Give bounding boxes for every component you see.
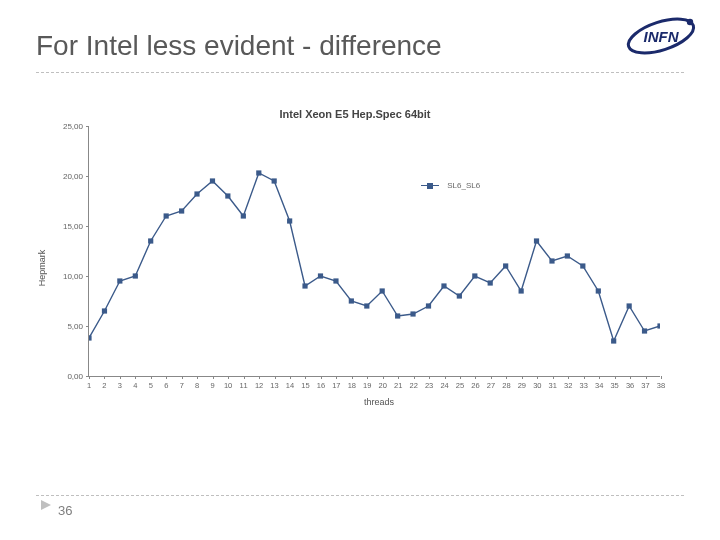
x-tick-label: 24	[440, 381, 448, 390]
x-tick-label: 25	[456, 381, 464, 390]
data-marker	[549, 258, 554, 263]
x-tick-label: 16	[317, 381, 325, 390]
chart-title: Intel Xeon E5 Hep.Spec 64bit	[40, 108, 670, 120]
y-axis-label: Hepmark	[37, 250, 47, 287]
plot-area: SL6_SL6 0,005,0010,0015,0020,0025,001234…	[88, 126, 660, 377]
x-tick-label: 33	[580, 381, 588, 390]
x-tick-label: 22	[409, 381, 417, 390]
data-marker	[410, 311, 415, 316]
x-tick-label: 19	[363, 381, 371, 390]
y-tick-label: 0,00	[49, 372, 83, 381]
y-tick-label: 5,00	[49, 322, 83, 331]
data-marker	[89, 335, 92, 340]
y-tick-label: 10,00	[49, 272, 83, 281]
data-marker	[287, 218, 292, 223]
x-tick-label: 38	[657, 381, 665, 390]
chart-container: Intel Xeon E5 Hep.Spec 64bit Hepmark SL6…	[40, 108, 670, 428]
data-marker	[318, 273, 323, 278]
data-marker	[117, 278, 122, 283]
svg-point-1	[687, 19, 693, 25]
legend-line-icon	[421, 185, 439, 186]
x-tick-label: 27	[487, 381, 495, 390]
x-tick-label: 10	[224, 381, 232, 390]
x-tick-label: 37	[641, 381, 649, 390]
x-tick-label: 32	[564, 381, 572, 390]
data-marker	[225, 193, 230, 198]
x-tick-label: 20	[379, 381, 387, 390]
data-marker	[503, 263, 508, 268]
data-marker	[472, 273, 477, 278]
x-tick-label: 23	[425, 381, 433, 390]
data-marker	[164, 213, 169, 218]
data-marker	[102, 308, 107, 313]
data-marker	[194, 191, 199, 196]
x-tick-label: 5	[149, 381, 153, 390]
data-marker	[611, 338, 616, 343]
data-marker	[457, 293, 462, 298]
data-marker	[565, 253, 570, 258]
x-tick-label: 7	[180, 381, 184, 390]
x-tick-label: 6	[164, 381, 168, 390]
data-marker	[596, 288, 601, 293]
data-marker	[441, 283, 446, 288]
plot-svg	[89, 126, 660, 376]
x-tick-label: 17	[332, 381, 340, 390]
x-tick-label: 18	[348, 381, 356, 390]
x-tick-label: 36	[626, 381, 634, 390]
x-tick-label: 2	[102, 381, 106, 390]
data-marker	[333, 278, 338, 283]
data-marker	[302, 283, 307, 288]
x-tick-label: 1	[87, 381, 91, 390]
x-tick-label: 30	[533, 381, 541, 390]
x-tick-label: 13	[270, 381, 278, 390]
x-tick-label: 14	[286, 381, 294, 390]
data-marker	[380, 288, 385, 293]
data-marker	[272, 178, 277, 183]
data-marker	[395, 313, 400, 318]
data-marker	[210, 178, 215, 183]
logo-text: INFN	[644, 28, 680, 45]
page-number: 36	[58, 503, 72, 518]
x-tick-label: 29	[518, 381, 526, 390]
x-tick-label: 35	[610, 381, 618, 390]
x-tick-label: 15	[301, 381, 309, 390]
x-tick-label: 34	[595, 381, 603, 390]
data-marker	[148, 238, 153, 243]
data-marker	[256, 170, 261, 175]
footer-underline	[36, 495, 684, 496]
data-marker	[519, 288, 524, 293]
x-tick-label: 28	[502, 381, 510, 390]
data-marker	[426, 303, 431, 308]
x-tick-label: 21	[394, 381, 402, 390]
x-tick-label: 31	[549, 381, 557, 390]
x-tick-label: 4	[133, 381, 137, 390]
data-marker	[534, 238, 539, 243]
slide-title: For Intel less evident - difference	[36, 30, 442, 62]
data-marker	[657, 323, 660, 328]
data-marker	[133, 273, 138, 278]
data-marker	[488, 280, 493, 285]
x-tick-label: 9	[211, 381, 215, 390]
y-tick-label: 25,00	[49, 122, 83, 131]
data-marker	[642, 328, 647, 333]
series-line	[89, 173, 660, 341]
data-marker	[241, 213, 246, 218]
x-tick-label: 26	[471, 381, 479, 390]
data-marker	[627, 303, 632, 308]
legend: SL6_SL6	[421, 176, 480, 194]
data-marker	[349, 298, 354, 303]
title-underline	[36, 72, 684, 73]
data-marker	[179, 208, 184, 213]
page-arrow-icon	[40, 497, 52, 515]
y-tick-label: 20,00	[49, 172, 83, 181]
x-tick-label: 8	[195, 381, 199, 390]
x-tick-label: 3	[118, 381, 122, 390]
data-marker	[364, 303, 369, 308]
y-tick-label: 15,00	[49, 222, 83, 231]
x-tick-label: 12	[255, 381, 263, 390]
x-tick-label: 11	[239, 381, 247, 390]
x-axis-label: threads	[88, 397, 670, 407]
infn-logo: INFN	[622, 12, 700, 60]
svg-marker-2	[41, 500, 51, 510]
data-marker	[580, 263, 585, 268]
